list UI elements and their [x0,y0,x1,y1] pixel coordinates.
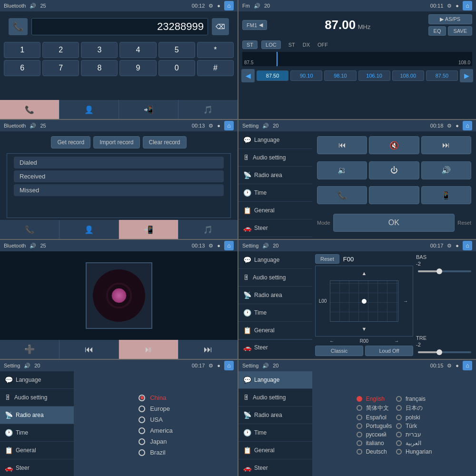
sidebar-item-language[interactable]: 💬 Language [238,131,312,149]
home-button[interactable]: ⌂ [224,1,234,10]
key-6[interactable]: 6 [4,60,40,76]
phone-button[interactable]: 📱 [421,186,471,204]
sidebar-item-steer[interactable]: 🚗 Steer [238,339,312,355]
next-button[interactable]: ⏭ [178,340,238,359]
sidebar-item-steer[interactable]: 🚗 Steer [238,459,312,476]
sidebar-item-radio[interactable]: 📡 Radio area [238,167,312,184]
prev-preset-button[interactable]: ◀ [241,69,255,82]
sidebar-item-audio[interactable]: 🎚 Audio setting [238,269,312,287]
sidebar-item-language[interactable]: 💬 Language [238,371,312,389]
lang-russian[interactable]: русский [357,431,392,438]
preset-3[interactable]: 98.10 [324,70,356,81]
nav-music[interactable]: 🎵 [178,220,238,239]
home-button[interactable]: ⌂ [463,361,472,370]
st-button[interactable]: ST [242,40,258,49]
nav-music[interactable]: 🎵 [178,100,238,119]
sidebar-item-audio[interactable]: 🎚 Audio setting [0,389,74,407]
sidebar-item-general[interactable]: 📋 General [238,202,312,219]
key-8[interactable]: 8 [81,60,118,76]
key-star[interactable]: * [197,42,234,58]
lang-hebrew[interactable]: עברית [396,431,432,438]
america-option[interactable]: America [139,427,173,434]
mute-button[interactable]: 🔇 [369,136,419,154]
lang-german[interactable]: Deutsch [357,448,392,455]
nav-call[interactable]: 📞 [0,100,60,119]
sidebar-item-steer[interactable]: 🚗 Steer [0,459,74,476]
key-1[interactable]: 1 [4,42,40,58]
prev-button[interactable]: ▶ AS/PS [428,14,472,24]
loud-off-button[interactable]: Loud Off [365,346,413,356]
next-track-button[interactable]: ⏭ [421,136,471,154]
home-button[interactable]: ⌂ [224,361,234,370]
get-record-button[interactable]: Get record [51,136,90,149]
backspace-button[interactable]: ⌫ [212,18,229,35]
sidebar-item-general[interactable]: 📋 General [238,442,312,459]
nav-contacts[interactable]: 👤 [60,220,119,239]
nav-contacts[interactable]: 👤 [60,100,119,119]
fm1-button[interactable]: FM1 ◀ [242,20,267,30]
nav-transfer[interactable]: 📲 [119,100,178,119]
classic-button[interactable]: Classic [315,346,363,356]
key-9[interactable]: 9 [119,60,156,76]
lang-turkish[interactable]: Türk [396,423,432,429]
sidebar-item-steer[interactable]: 🚗 Steer [238,219,312,237]
clear-record-button[interactable]: Clear record [143,136,187,149]
tre-thumb[interactable] [436,349,442,355]
home-button[interactable]: ⌂ [463,121,472,130]
key-0[interactable]: 0 [159,60,195,76]
china-option[interactable]: China [139,394,173,401]
europe-option[interactable]: Europe [139,405,173,412]
tre-slider[interactable] [416,348,473,356]
key-4[interactable]: 4 [119,42,156,58]
key-5[interactable]: 5 [159,42,195,58]
key-3[interactable]: 3 [81,42,118,58]
japan-option[interactable]: Japan [139,438,173,445]
lang-chinese[interactable]: 简体中文 [357,404,392,412]
preset-5[interactable]: 108.00 [392,70,424,81]
received-item[interactable]: Received [14,170,224,182]
eq-button[interactable]: EQ [428,26,446,36]
nav-transfer[interactable]: 📲 [119,220,178,239]
sidebar-item-radio[interactable]: 📡 Radio area [238,407,312,424]
ok-button[interactable]: OK [333,214,455,232]
add-button[interactable]: ➕ [0,340,60,359]
prev-track-button[interactable]: ⏮ [317,136,367,154]
sidebar-item-audio[interactable]: 🎚 Audio setting [238,389,312,407]
key-hash[interactable]: # [197,60,234,76]
audio-position-dot[interactable] [362,299,367,304]
key-2[interactable]: 2 [42,42,79,58]
lang-italian[interactable]: italiano [357,440,392,446]
sidebar-item-general[interactable]: 📋 General [238,322,312,339]
reset-button[interactable]: Reset [315,254,339,264]
power-button[interactable]: ⏻ [369,161,419,179]
home-button[interactable]: ⌂ [224,121,234,130]
missed-item[interactable]: Missed [14,184,224,196]
dialed-item[interactable]: Dialed [14,157,224,169]
bas-slider[interactable] [416,268,473,275]
sidebar-item-language[interactable]: 💬 Language [238,251,312,269]
vol-up-button[interactable]: 🔊 [421,161,471,179]
save-button[interactable]: SAVE [448,26,472,36]
lang-portuguese[interactable]: Português [357,423,392,429]
play-pause-button[interactable]: ⏯ [119,340,178,359]
home-button[interactable]: ⌂ [463,1,472,10]
sidebar-item-general[interactable]: 📋 General [0,442,74,459]
sidebar-item-audio[interactable]: 🎚 Audio setting [238,149,312,167]
home-button[interactable]: ⌂ [463,241,472,250]
sidebar-item-radio[interactable]: 📡 Radio area [0,407,74,424]
call-end-button[interactable]: 📞 [317,186,367,204]
lang-arabic[interactable]: العربية [396,440,432,446]
lang-spanish[interactable]: Español [357,414,392,421]
preset-6[interactable]: 87.50 [426,70,458,81]
sidebar-item-time[interactable]: 🕐 Time [0,424,74,442]
lang-english[interactable]: English [357,396,392,402]
lang-polish[interactable]: polski [396,414,432,421]
prev-button[interactable]: ⏮ [60,340,119,359]
vol-down-button[interactable]: 🔉 [317,161,367,179]
sidebar-item-time[interactable]: 🕐 Time [238,184,312,202]
import-record-button[interactable]: Import record [93,136,139,149]
lang-japanese[interactable]: 日本の [396,404,432,412]
next-preset-button[interactable]: ▶ [460,69,473,82]
brazil-option[interactable]: Brazil [139,449,173,456]
sidebar-item-radio[interactable]: 📡 Radio area [238,287,312,304]
